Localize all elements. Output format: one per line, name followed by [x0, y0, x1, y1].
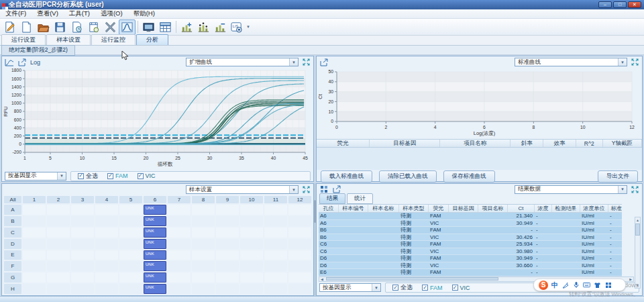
ime-toolbar[interactable]: S 中 [533, 279, 626, 291]
well-H5[interactable] [119, 284, 142, 294]
well-F10[interactable] [240, 261, 263, 271]
well-D10[interactable] [240, 239, 263, 249]
well-F3[interactable] [71, 261, 94, 271]
well-E3[interactable] [71, 250, 94, 260]
well-D11[interactable] [264, 239, 287, 249]
chart-remove-icon[interactable] [212, 19, 229, 35]
plate-row-header-E[interactable]: E [4, 250, 21, 260]
well-C11[interactable] [264, 228, 287, 238]
results-col-9[interactable]: 检测结果 [552, 205, 580, 212]
analysis-curve-icon[interactable] [119, 19, 136, 35]
fam-checkbox[interactable]: ✓FAM [107, 172, 128, 179]
well-blocks-icon[interactable] [319, 185, 329, 193]
expand-icon[interactable] [301, 58, 311, 66]
plate-col-header-9[interactable]: 9 [216, 196, 239, 203]
well-G4[interactable] [95, 272, 118, 283]
plate-row-header-F[interactable]: F [4, 261, 21, 271]
expand-icon[interactable] [630, 185, 639, 193]
tab-absolute-quant[interactable]: 绝对定量(阶段2_步骤2) [1, 45, 75, 56]
plate-table-icon[interactable] [157, 19, 174, 35]
results-col-10[interactable]: 浓度单位 [580, 205, 608, 212]
results-col-0[interactable]: 孔位 [319, 205, 339, 212]
scroll-left-icon[interactable]: ◀ [319, 277, 325, 281]
results-col-1[interactable]: 样本编号 [339, 205, 368, 212]
new-document-icon[interactable] [18, 19, 35, 35]
keyboard-icon[interactable] [583, 281, 590, 289]
table-row[interactable]: D6待测VIC30.660-IU/ml- [319, 262, 622, 270]
tab-2[interactable]: 运行监控 [91, 34, 136, 45]
well-B8[interactable] [192, 216, 215, 226]
amp-view-dropdown[interactable]: 扩增曲线▼ [186, 58, 299, 66]
well-H12[interactable] [288, 284, 311, 294]
menu-item-3[interactable]: 选项(O) [95, 9, 128, 18]
tab-0[interactable]: 运行设置 [1, 34, 46, 45]
well-B12[interactable] [288, 216, 311, 226]
well-D9[interactable] [216, 239, 239, 249]
checkbox-checked-icon[interactable]: ✓ [107, 173, 113, 179]
gene-display-dropdown[interactable]: 按基因显示▼ [5, 172, 66, 181]
well-B9[interactable] [216, 216, 239, 226]
well-E11[interactable] [264, 250, 287, 260]
checkbox-checked-icon[interactable]: ✓ [392, 285, 398, 291]
well-A12[interactable] [288, 205, 311, 215]
checkbox-checked-icon[interactable]: ✓ [78, 173, 84, 179]
fam-checkbox[interactable]: ✓FAM [422, 285, 443, 291]
checkbox-checked-icon[interactable]: ✓ [138, 173, 144, 179]
skin-icon[interactable] [594, 281, 601, 289]
vertical-scrollbar[interactable]: ▲▼ [635, 217, 641, 289]
well-D5[interactable] [119, 239, 142, 249]
well-E9[interactable] [216, 250, 239, 260]
well-B2[interactable] [47, 216, 70, 226]
well-G8[interactable] [192, 272, 215, 283]
toolbar-dropdown-caret-icon[interactable]: ▼ [246, 25, 250, 29]
scroll-thumb[interactable] [326, 277, 498, 281]
plate-col-header-6[interactable]: 6 [144, 196, 166, 203]
well-B1[interactable] [23, 216, 46, 226]
well-F11[interactable] [264, 261, 287, 271]
well-F9[interactable] [216, 261, 239, 271]
toolbox-icon[interactable] [604, 281, 612, 289]
scroll-thumb[interactable] [635, 223, 640, 236]
results-view-dropdown[interactable]: 结果数据▼ [515, 185, 627, 194]
well-G1[interactable] [23, 272, 46, 283]
well-E7[interactable] [168, 250, 191, 260]
well-G10[interactable] [240, 272, 263, 283]
plate-row-header-G[interactable]: G [4, 272, 21, 283]
well-G9[interactable] [216, 272, 239, 283]
results-col-8[interactable]: 浓度 [535, 205, 552, 212]
well-B6[interactable]: UNK [144, 216, 166, 226]
chevron-down-icon[interactable]: ▼ [618, 58, 627, 66]
select-all-checkbox[interactable]: ✓全选 [78, 172, 98, 181]
monitor-view-icon[interactable] [140, 19, 157, 35]
results-col-2[interactable]: 样本名称 [368, 205, 399, 212]
checkbox-checked-icon[interactable]: ✓ [422, 285, 428, 291]
well-E6[interactable]: UNK [144, 250, 166, 260]
menu-item-1[interactable]: 查看(V) [32, 9, 64, 18]
well-H7[interactable] [168, 284, 191, 294]
well-D4[interactable] [95, 239, 118, 249]
checkbox-checked-icon[interactable]: ✓ [452, 285, 458, 291]
load-standard-curve-button[interactable]: 载入标准曲线 [321, 170, 372, 183]
well-C2[interactable] [47, 228, 70, 238]
std-view-dropdown[interactable]: 标准曲线▼ [515, 58, 627, 66]
plate-view-dropdown[interactable]: 样本设置▼ [186, 185, 299, 194]
well-C6[interactable]: UNK [144, 228, 166, 238]
well-G12[interactable] [288, 272, 311, 283]
well-D3[interactable] [71, 239, 94, 249]
results-col-11[interactable]: 标准浓度 [608, 205, 622, 212]
plate-col-header-8[interactable]: 8 [192, 196, 215, 203]
well-H2[interactable] [47, 284, 70, 294]
export-file-button[interactable]: 导出文件 [598, 170, 638, 183]
well-A11[interactable] [264, 205, 287, 215]
well-E1[interactable] [23, 250, 46, 260]
well-C3[interactable] [71, 228, 94, 238]
well-D7[interactable] [168, 239, 191, 249]
scroll-up-icon[interactable]: ▲ [636, 217, 639, 223]
well-A8[interactable] [192, 205, 215, 215]
chart-points-icon[interactable] [195, 19, 212, 35]
plate-row-header-H[interactable]: H [4, 284, 21, 294]
chevron-down-icon[interactable]: ▼ [57, 172, 66, 180]
well-C9[interactable] [216, 228, 239, 238]
expand-icon[interactable] [301, 186, 311, 194]
well-B3[interactable] [71, 216, 94, 226]
